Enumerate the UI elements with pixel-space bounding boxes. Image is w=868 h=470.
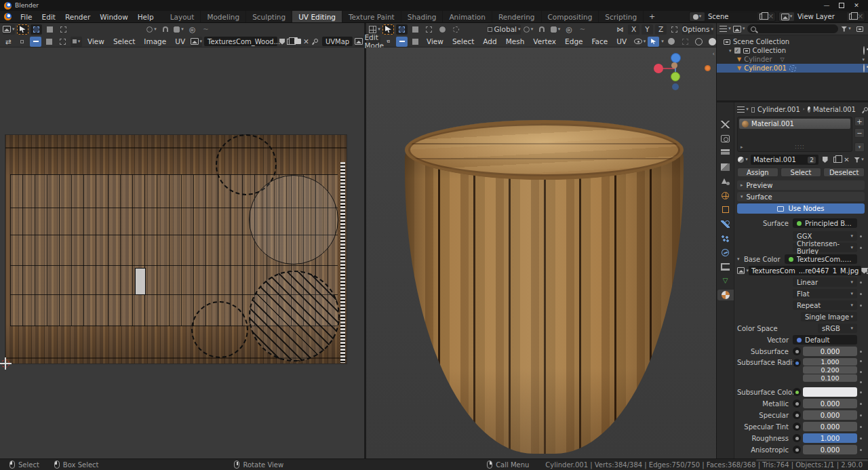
extension-dropdown[interactable]: Repeat▾ (793, 300, 857, 310)
vp-menu-face[interactable]: Face (589, 37, 612, 45)
socket-toggle[interactable] (793, 411, 801, 419)
overlays-toggle[interactable] (666, 37, 677, 47)
uv-select-box-button[interactable] (31, 24, 42, 35)
expand-icon[interactable]: ▸ (741, 144, 743, 150)
minimize-button[interactable]: — (819, 1, 834, 11)
mode-dropdown[interactable]: Edit Mode▾ (369, 37, 380, 47)
pivot-point-button[interactable]: ▾ (523, 24, 534, 35)
animate-dot[interactable] (857, 351, 865, 353)
base-color-field[interactable]: TexturesCom...467_1_M.jpg (785, 254, 857, 264)
blender-menu-button[interactable] (0, 11, 16, 22)
remove-slot-button[interactable]: − (854, 128, 865, 138)
mirror-z-toggle[interactable]: Z (655, 24, 667, 35)
tab-layout[interactable]: Layout (164, 11, 201, 22)
distribution-dropdown[interactable]: GGX▾ (793, 231, 857, 241)
menu-window[interactable]: Window (95, 11, 132, 22)
outliner-row-cylinder-001[interactable]: ▼ Cylinder.001 ▽ (717, 64, 868, 73)
menu-render[interactable]: Render (60, 11, 95, 22)
orientation-dropdown[interactable]: Global▾ (488, 24, 520, 35)
chevron-down-icon[interactable]: ▾ (661, 39, 664, 44)
new-view-layer-icon[interactable] (847, 14, 856, 20)
material-name-field[interactable]: Material.001 2 (751, 155, 818, 165)
tab-material-properties[interactable] (717, 290, 734, 300)
chevron-down-icon[interactable]: ▾ (737, 257, 740, 262)
vp-select-extend-button[interactable] (410, 24, 421, 35)
color-space-dropdown[interactable]: sRGB▾ (818, 324, 857, 333)
new-material-button[interactable] (831, 157, 840, 163)
socket-toggle[interactable] (793, 423, 801, 431)
anisotropic-slider[interactable]: 0.000 (803, 445, 857, 454)
snap-toggle[interactable] (536, 24, 548, 35)
animate-dot[interactable] (857, 403, 865, 405)
tab-render-properties[interactable] (717, 133, 734, 144)
tab-scene-properties[interactable] (717, 176, 734, 187)
outliner-row-scene-collection[interactable]: Scene Collection (717, 37, 868, 46)
vp-menu-edge[interactable]: Edge (561, 37, 586, 45)
pin-icon[interactable] (861, 106, 865, 113)
outliner-display-mode-button[interactable]: ▾ (719, 24, 731, 34)
axis-z-neg-icon[interactable] (672, 83, 679, 90)
socket-toggle[interactable] (793, 388, 801, 396)
tab-modeling[interactable]: Modeling (201, 11, 246, 22)
uv-snap-toggle[interactable] (159, 24, 171, 35)
vp-menu-mesh[interactable]: Mesh (502, 37, 528, 45)
add-workspace-button[interactable]: + (644, 11, 660, 22)
vp-menu-vertex[interactable]: Vertex (530, 37, 559, 45)
roughness-slider[interactable]: 1.000 (803, 433, 857, 443)
tab-sculpting[interactable]: Sculpting (246, 11, 292, 22)
mirror-y-toggle[interactable]: Y (642, 24, 653, 35)
uv-sticky-mode-button[interactable]: ▾ (71, 37, 82, 47)
tab-view-layer-properties[interactable] (717, 161, 734, 172)
uv-menu-view[interactable]: View (84, 37, 108, 45)
outliner-search-input[interactable] (747, 24, 838, 33)
uv-image-browse-button[interactable]: ▾ (191, 37, 202, 47)
vp-select-circle-button[interactable] (437, 24, 448, 35)
vp-select-subtract-button[interactable] (423, 24, 435, 35)
resize-grip[interactable]: :::: (795, 144, 805, 150)
gizmos-toggle[interactable] (648, 37, 659, 47)
menu-file[interactable]: File (16, 11, 37, 22)
scrollbar-pill[interactable] (756, 459, 868, 461)
uv-menu-uv[interactable]: UV (172, 37, 189, 45)
tab-shading[interactable]: Shading (401, 11, 443, 22)
shading-wireframe-button[interactable] (693, 37, 705, 47)
animate-dot[interactable] (857, 293, 865, 295)
chevron-down-icon[interactable]: ▾ (862, 57, 865, 62)
outliner-filter-type-button[interactable]: ▾ (733, 24, 745, 34)
specular-slider[interactable]: 0.000 (803, 410, 857, 420)
radius-r-slider[interactable]: 1.000 (803, 358, 857, 366)
tab-constraint-properties[interactable] (717, 261, 734, 272)
xray-toggle[interactable] (679, 37, 691, 47)
scene-name[interactable]: Scene (705, 12, 757, 21)
restore-button[interactable] (834, 1, 849, 11)
deselect-button[interactable]: Deselect (823, 168, 865, 177)
image-fake-user-button[interactable] (861, 268, 867, 274)
uv-pivot-button[interactable]: ▾ (146, 24, 157, 35)
vp-menu-add[interactable]: Add (479, 37, 500, 45)
vector-field[interactable]: Default (793, 335, 857, 345)
tab-texture-paint[interactable]: Texture Paint (342, 11, 401, 22)
uv-menu-select[interactable]: Select (110, 37, 138, 45)
assign-button[interactable]: Assign (737, 168, 778, 177)
vp-menu-uv[interactable]: UV (613, 37, 630, 45)
image-new-icon[interactable] (287, 39, 292, 45)
tab-particle-properties[interactable] (717, 233, 734, 243)
breadcrumb-material[interactable]: Material.001 (813, 106, 856, 113)
subsurface-slider[interactable]: 0.000 (803, 347, 857, 356)
tab-compositing[interactable]: Compositing (542, 11, 599, 22)
uv-falloff-button[interactable]: ~ (200, 24, 212, 35)
socket-toggle[interactable] (793, 359, 801, 367)
snap-cage-icon[interactable] (669, 24, 680, 35)
interpolation-dropdown[interactable]: Linear▾ (793, 277, 857, 287)
collection-checkbox[interactable]: ✓ (734, 47, 741, 54)
image-unlink-icon[interactable]: ✕ (303, 37, 309, 45)
browse-material-button[interactable]: ▾ (737, 155, 749, 165)
add-slot-button[interactable]: + (854, 117, 865, 126)
face-select-mode-button[interactable] (410, 37, 421, 47)
image-open-icon[interactable] (294, 39, 301, 44)
disclosure-icon[interactable]: ▾ (729, 48, 732, 54)
uv-snap-target-button[interactable]: ▾ (173, 24, 184, 35)
close-button[interactable]: ✕ (849, 1, 864, 11)
animate-dot[interactable] (857, 414, 865, 416)
axis-z-icon[interactable] (671, 53, 681, 63)
